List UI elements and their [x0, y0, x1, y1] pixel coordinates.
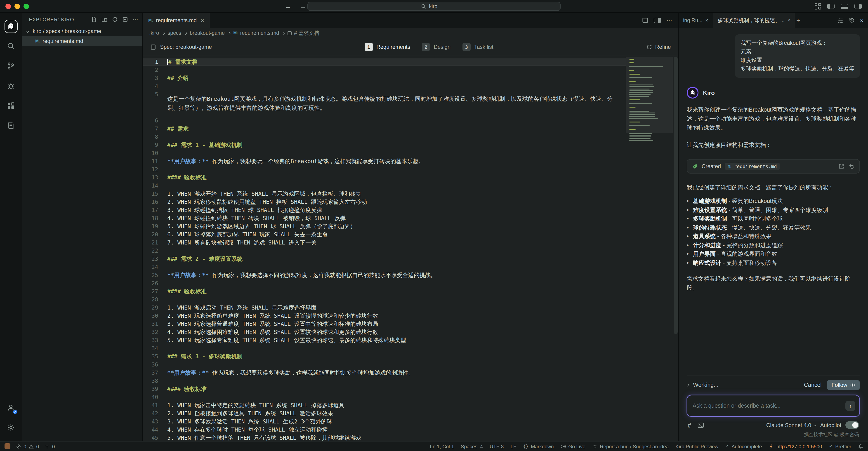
attach-image-icon[interactable] [697, 421, 704, 429]
status-live-server[interactable]: http://127.0.0.1:5500 [769, 444, 822, 449]
code-line[interactable]: 7## 需求 [143, 125, 626, 133]
code-line[interactable]: 5这是一个复杂的Breakout网页游戏，具有多种游戏机制和特殊状态。游戏包含传… [143, 90, 626, 117]
status-eol[interactable]: LF [510, 444, 517, 449]
step-task-list[interactable]: 3Task list [462, 43, 493, 51]
close-panel-icon[interactable]: × [860, 17, 864, 24]
activity-search[interactable] [2, 36, 20, 56]
code-line[interactable]: 28 [143, 295, 626, 304]
context-hash-button[interactable]: # [688, 421, 691, 429]
code-line[interactable]: 313. WHEN 玩家选择普通难度 THEN 系统 SHALL 设置中等的球速… [143, 320, 626, 328]
code-line[interactable]: 24 [143, 263, 626, 271]
code-line[interactable]: 1# 需求文档 [143, 58, 626, 66]
more-actions-icon[interactable]: ⋯ [132, 16, 139, 23]
tree-file-requirements[interactable]: M↓ requirements.md [22, 36, 143, 46]
open-file-icon[interactable] [838, 163, 844, 169]
code-line[interactable]: 35### 需求 3 - 多球奖励机制 [143, 353, 626, 361]
chat-input-box[interactable]: ↑ [687, 395, 860, 417]
code-line[interactable]: 2 [143, 66, 626, 74]
breadcrumb-item[interactable]: # 需求文档 [288, 30, 319, 36]
tab-requirements-md[interactable]: M↓ requirements.md × [143, 13, 210, 28]
zoom-window-button[interactable] [24, 3, 29, 9]
code-line[interactable]: 8 [143, 133, 626, 141]
code-line[interactable]: 291. WHEN 游戏启动 THEN 系统 SHALL 显示难度选择界面 [143, 304, 626, 312]
code-lines[interactable]: 1# 需求文档23## 介绍45这是一个复杂的Breakout网页游戏，具有多种… [143, 56, 626, 441]
chat-input[interactable] [692, 402, 841, 409]
chat-conversation[interactable]: 我写一个复杂的Breakout网页游戏：元素：难度设置多球奖励机制，球的慢速、快… [679, 28, 868, 376]
toggle-secondary-sidebar-icon[interactable] [855, 3, 862, 9]
code-line[interactable]: 206. WHEN 球掉落到底部边界 THEN 玩家 SHALL 失去一条生命 [143, 230, 626, 238]
code-line[interactable]: 12 [143, 165, 626, 173]
toggle-layout-icon[interactable] [654, 18, 661, 23]
new-chat-icon[interactable]: + [796, 17, 801, 24]
code-line[interactable]: 13#### 验收标准 [143, 173, 626, 182]
code-line[interactable]: 162. WHEN 玩家移动鼠标或使用键盘 THEN 挡板 SHALL 跟随玩家… [143, 198, 626, 206]
editor-scrollbar[interactable] [673, 56, 678, 441]
code-line[interactable]: 25**用户故事：** 作为玩家，我想要选择不同的游戏难度，这样我就能根据自己的… [143, 271, 626, 279]
status-encoding[interactable]: UTF-8 [490, 444, 504, 449]
send-button[interactable]: ↑ [845, 401, 855, 411]
code-line[interactable]: 11**用户故事：** 作为玩家，我想要玩一个经典的Breakout游戏，这样我… [143, 157, 626, 165]
activity-source-control[interactable] [2, 56, 20, 76]
step-design[interactable]: 2Design [422, 43, 451, 51]
breadcrumb-item[interactable]: specs [167, 30, 181, 36]
status-language[interactable]: {}Markdown [523, 444, 554, 449]
close-tab-icon[interactable]: × [787, 17, 790, 24]
collapse-all-icon[interactable] [122, 16, 128, 23]
breadcrumb-item[interactable]: .kiro [149, 30, 159, 36]
history-icon[interactable] [849, 17, 855, 24]
code-line[interactable]: 26 [143, 279, 626, 287]
code-line[interactable]: 14 [143, 182, 626, 190]
cancel-button[interactable]: Cancel [804, 382, 822, 388]
code-line[interactable]: 38 [143, 377, 626, 385]
created-artifact[interactable]: Created M↓ requirements.md [687, 159, 860, 173]
code-line[interactable]: 151. WHEN 游戏开始 THEN 系统 SHALL 显示游戏区域，包含挡板… [143, 190, 626, 198]
autopilot-toggle[interactable] [845, 421, 859, 429]
code-line[interactable]: 433. WHEN 多球效果激活 THEN 系统 SHALL 生成2-3个额外的… [143, 418, 626, 426]
back-button[interactable]: ← [285, 2, 291, 10]
task-list-icon[interactable] [837, 17, 844, 24]
activity-extensions[interactable] [2, 96, 20, 116]
close-window-button[interactable] [5, 3, 11, 9]
code-line[interactable]: 217. WHEN 所有砖块被销毁 THEN 游戏 SHALL 进入下一关 [143, 238, 626, 247]
code-line[interactable]: 39#### 验收标准 [143, 385, 626, 393]
step-requirements[interactable]: 1Requirements [365, 43, 410, 51]
activity-settings[interactable] [2, 418, 20, 438]
code-line[interactable]: 6 [143, 117, 626, 125]
activity-kiro[interactable] [2, 16, 20, 36]
customize-layout-icon[interactable] [815, 3, 821, 9]
code-line[interactable]: 173. WHEN 球碰撞到挡板 THEN 球 SHALL 根据碰撞角度反弹 [143, 206, 626, 214]
code-line[interactable]: 9### 需求 1 - 基础游戏机制 [143, 141, 626, 149]
status-product-name[interactable]: Kiro Public Preview [675, 444, 718, 449]
undo-icon[interactable] [848, 163, 855, 169]
code-line[interactable]: 23### 需求 2 - 难度设置系统 [143, 255, 626, 263]
status-report-bug[interactable]: Report a bug / Suggest an idea [592, 444, 669, 449]
code-line[interactable]: 10 [143, 149, 626, 157]
code-line[interactable]: 4 [143, 82, 626, 90]
status-go-live[interactable]: Go Live [561, 444, 585, 449]
toggle-panel-icon[interactable] [841, 3, 848, 9]
forward-button[interactable]: → [300, 2, 307, 10]
code-line[interactable]: 324. WHEN 玩家选择困难难度 THEN 系统 SHALL 设置较快的球速… [143, 328, 626, 336]
breadcrumb-item[interactable]: breakout-game [190, 30, 225, 36]
code-line[interactable]: 40 [143, 393, 626, 401]
new-folder-icon[interactable] [101, 16, 107, 23]
code-line[interactable]: 422. WHEN 挡板接触到多球道具 THEN 系统 SHALL 激活多球效果 [143, 410, 626, 418]
close-tab-icon[interactable]: × [201, 17, 204, 24]
tree-folder-breakout-game[interactable]: .kiro / specs / breakout-game [22, 26, 143, 36]
code-line[interactable]: 184. WHEN 球碰撞到砖块 THEN 砖块 SHALL 被销毁，球 SHA… [143, 214, 626, 222]
refine-button[interactable]: Refine [646, 43, 671, 50]
code-line[interactable]: 3## 介绍 [143, 74, 626, 82]
minimize-window-button[interactable] [14, 3, 20, 9]
status-indentation[interactable]: Spaces: 4 [461, 444, 483, 449]
status-autocomplete[interactable]: ✓Autocomplete [725, 443, 762, 449]
scrollbar-thumb[interactable] [674, 57, 678, 334]
code-line[interactable]: 444. WHEN 存在多个球时 THEN 每个球 SHALL 独立运动和碰撞 [143, 426, 626, 434]
new-file-icon[interactable] [91, 16, 97, 23]
code-line[interactable]: 195. WHEN 球碰撞到游戏区域边界 THEN 球 SHALL 反弹（除了底… [143, 222, 626, 230]
code-line[interactable]: 335. WHEN 玩家选择专家难度 THEN 系统 SHALL 设置最快的球速… [143, 336, 626, 344]
chat-tab-2[interactable]: 多球奖励机制，球的慢速、... × [713, 13, 796, 28]
code-line[interactable]: 34 [143, 344, 626, 353]
code-line[interactable]: 411. WHEN 玩家击中特定的奖励砖块 THEN 系统 SHALL 掉落多球… [143, 401, 626, 410]
code-line[interactable]: 37**用户故事：** 作为玩家，我想要获得多球奖励，这样我就能同时控制多个球增… [143, 369, 626, 377]
status-ports[interactable]: 0 [44, 444, 55, 449]
